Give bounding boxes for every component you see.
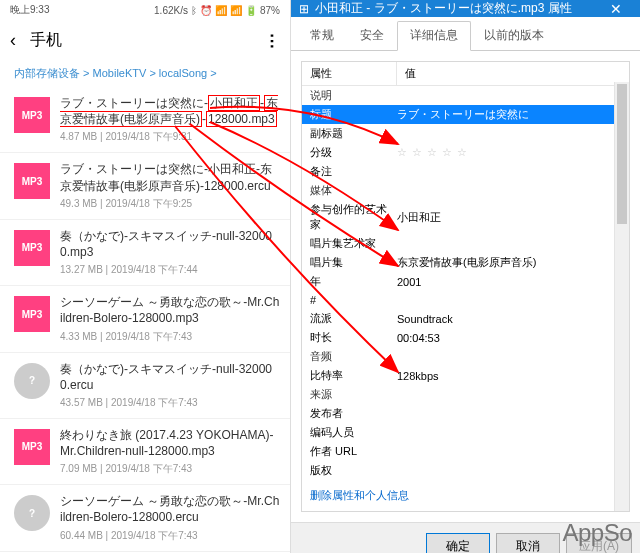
properties-frame: 属性 值 说明标题ラブ・ストーリーは突然に副标题分级☆ ☆ ☆ ☆ ☆备注媒体参… <box>301 61 630 512</box>
prop-row[interactable]: 参与创作的艺术家小田和正 <box>302 200 629 234</box>
file-item[interactable]: ?シーソーゲーム ～勇敢な恋の歌～-Mr.Children-Bolero-128… <box>0 485 290 551</box>
prop-key: 媒体 <box>310 183 397 198</box>
prop-key: 分级 <box>310 145 397 160</box>
file-name: シーソーゲーム ～勇敢な恋の歌～-Mr.Children-Bolero-1280… <box>60 294 280 326</box>
breadcrumb[interactable]: 内部存储设备 > MobileKTV > localSong > <box>0 60 290 87</box>
properties-header: 属性 值 <box>302 62 629 86</box>
remove-props-link[interactable]: 删除属性和个人信息 <box>310 489 409 501</box>
window-titlebar: ⊞ 小田和正 - ラブ・ストーリーは突然に.mp3 属性 ✕ <box>291 0 640 17</box>
file-info: シーソーゲーム ～勇敢な恋の歌～-Mr.Children-Bolero-1280… <box>60 493 280 542</box>
prop-value: 128kbps <box>397 370 621 382</box>
prop-key: 副标题 <box>310 126 397 141</box>
phone-titlebar: ‹ 手机 ⋯ <box>0 20 290 60</box>
prop-row[interactable]: 唱片集东京爱情故事(电影原声音乐) <box>302 253 629 272</box>
ok-button[interactable]: 确定 <box>426 533 490 553</box>
prop-row[interactable]: 时长00:04:53 <box>302 328 629 347</box>
scrollbar[interactable] <box>614 82 629 511</box>
phone-pane: 晚上9:33 1.62K/s ᛒ ⏰ 📶 📶 🔋 87% ‹ 手机 ⋯ 内部存储… <box>0 0 291 553</box>
prop-row[interactable]: 唱片集艺术家 <box>302 234 629 253</box>
prop-row[interactable]: 分级☆ ☆ ☆ ☆ ☆ <box>302 143 629 162</box>
tab-strip: 常规安全详细信息以前的版本 <box>291 17 640 51</box>
mp3-icon: MP3 <box>14 163 50 199</box>
mp3-icon: MP3 <box>14 429 50 465</box>
file-meta: 4.87 MB | 2019/4/18 下午9:31 <box>60 130 280 144</box>
file-meta: 4.33 MB | 2019/4/18 下午7:43 <box>60 330 280 344</box>
prop-value: ☆ ☆ ☆ ☆ ☆ <box>397 146 621 159</box>
file-meta: 7.09 MB | 2019/4/18 下午7:43 <box>60 462 280 476</box>
file-info: シーソーゲーム ～勇敢な恋の歌～-Mr.Children-Bolero-1280… <box>60 294 280 343</box>
status-right: 1.62K/s ᛒ ⏰ 📶 📶 🔋 87% <box>154 5 280 16</box>
prop-row[interactable]: 作者 URL <box>302 442 629 461</box>
more-icon[interactable]: ⋯ <box>263 32 282 48</box>
prop-row[interactable]: 说明 <box>302 86 629 105</box>
prop-row[interactable]: 标题ラブ・ストーリーは突然に <box>302 105 629 124</box>
file-item[interactable]: MP3ラブ・ストーリーは突然に-小田和正-东京爱情故事(电影原声音乐)-1280… <box>0 87 290 153</box>
file-info: 終わりなき旅 (2017.4.23 YOKOHAMA)-Mr.Children-… <box>60 427 280 476</box>
properties-body: 属性 值 说明标题ラブ・ストーリーは突然に副标题分级☆ ☆ ☆ ☆ ☆备注媒体参… <box>291 51 640 522</box>
file-meta: 49.3 MB | 2019/4/18 下午9:25 <box>60 197 280 211</box>
prop-row[interactable]: 发布者 <box>302 404 629 423</box>
prop-row[interactable]: 媒体 <box>302 181 629 200</box>
prop-row[interactable]: 备注 <box>302 162 629 181</box>
tab-2[interactable]: 详细信息 <box>397 21 471 51</box>
prop-value: Soundtrack <box>397 313 621 325</box>
bluetooth-icon: ᛒ <box>191 5 197 16</box>
prop-key: 版权 <box>310 463 397 478</box>
file-item[interactable]: MP3シーソーゲーム ～勇敢な恋の歌～-Mr.Children-Bolero-1… <box>0 286 290 352</box>
prop-key: 时长 <box>310 330 397 345</box>
tab-0[interactable]: 常规 <box>297 21 347 50</box>
alarm-icon: ⏰ <box>200 5 212 16</box>
file-item[interactable]: ?奏（かなで)-スキマスイッチ-null-320000.ercu43.57 MB… <box>0 353 290 419</box>
prop-key: 备注 <box>310 164 397 179</box>
prop-key: 发布者 <box>310 406 397 421</box>
prop-key: 流派 <box>310 311 397 326</box>
ercu-icon: ? <box>14 495 50 531</box>
properties-window: ⊞ 小田和正 - ラブ・ストーリーは突然に.mp3 属性 ✕ 常规安全详细信息以… <box>291 0 640 553</box>
file-meta: 60.44 MB | 2019/4/18 下午7:43 <box>60 529 280 543</box>
file-info: ラブ・ストーリーは突然に-小田和正-东京爱情故事(电影原声音乐)-128000.… <box>60 161 280 210</box>
header-value: 值 <box>397 62 424 85</box>
prop-row[interactable]: 编码人员 <box>302 423 629 442</box>
file-item[interactable]: MP3奏（かなで)-スキマスイッチ-null-320000.mp313.27 M… <box>0 220 290 286</box>
file-item[interactable]: MP3ラブ・ストーリーは突然に-小田和正-东京爱情故事(电影原声音乐)-1280… <box>0 153 290 219</box>
battery-icon: 🔋 <box>245 5 257 16</box>
mp3-icon: MP3 <box>14 296 50 332</box>
signal-icon: 📶 <box>215 5 227 16</box>
prop-row[interactable]: 流派Soundtrack <box>302 309 629 328</box>
prop-row[interactable]: 比特率128kbps <box>302 366 629 385</box>
prop-key: 作者 URL <box>310 444 397 459</box>
file-info: 奏（かなで)-スキマスイッチ-null-320000.mp313.27 MB |… <box>60 228 280 277</box>
file-name: 終わりなき旅 (2017.4.23 YOKOHAMA)-Mr.Children-… <box>60 427 280 459</box>
prop-row[interactable]: 版权 <box>302 461 629 480</box>
header-property: 属性 <box>302 62 397 85</box>
file-name: ラブ・ストーリーは突然に-小田和正-东京爱情故事(电影原声音乐)-128000.… <box>60 95 280 127</box>
prop-row[interactable]: 副标题 <box>302 124 629 143</box>
wifi-icon: 📶 <box>230 5 242 16</box>
prop-value: 小田和正 <box>397 210 621 225</box>
properties-list: 说明标题ラブ・ストーリーは突然に副标题分级☆ ☆ ☆ ☆ ☆备注媒体参与创作的艺… <box>302 86 629 480</box>
prop-value: 2001 <box>397 276 621 288</box>
prop-row[interactable]: 音频 <box>302 347 629 366</box>
prop-key: 唱片集 <box>310 255 397 270</box>
file-meta: 43.57 MB | 2019/4/18 下午7:43 <box>60 396 280 410</box>
file-item[interactable]: MP3終わりなき旅 (2017.4.23 YOKOHAMA)-Mr.Childr… <box>0 419 290 485</box>
prop-key: 编码人员 <box>310 425 397 440</box>
mp3-icon: MP3 <box>14 97 50 133</box>
prop-row[interactable]: 来源 <box>302 385 629 404</box>
prop-row[interactable]: # <box>302 291 629 309</box>
tab-1[interactable]: 安全 <box>347 21 397 50</box>
prop-key: 参与创作的艺术家 <box>310 202 397 232</box>
tab-3[interactable]: 以前的版本 <box>471 21 557 50</box>
prop-value: ラブ・ストーリーは突然に <box>397 107 621 122</box>
scroll-thumb[interactable] <box>617 84 627 224</box>
status-time: 晚上9:33 <box>10 3 49 17</box>
cancel-button[interactable]: 取消 <box>496 533 560 553</box>
back-icon[interactable]: ‹ <box>10 30 16 51</box>
file-icon: ⊞ <box>299 2 309 16</box>
prop-key: 比特率 <box>310 368 397 383</box>
close-icon[interactable]: ✕ <box>596 1 636 17</box>
ercu-icon: ? <box>14 363 50 399</box>
prop-key: 唱片集艺术家 <box>310 236 397 251</box>
prop-row[interactable]: 年2001 <box>302 272 629 291</box>
prop-key: 来源 <box>310 387 397 402</box>
